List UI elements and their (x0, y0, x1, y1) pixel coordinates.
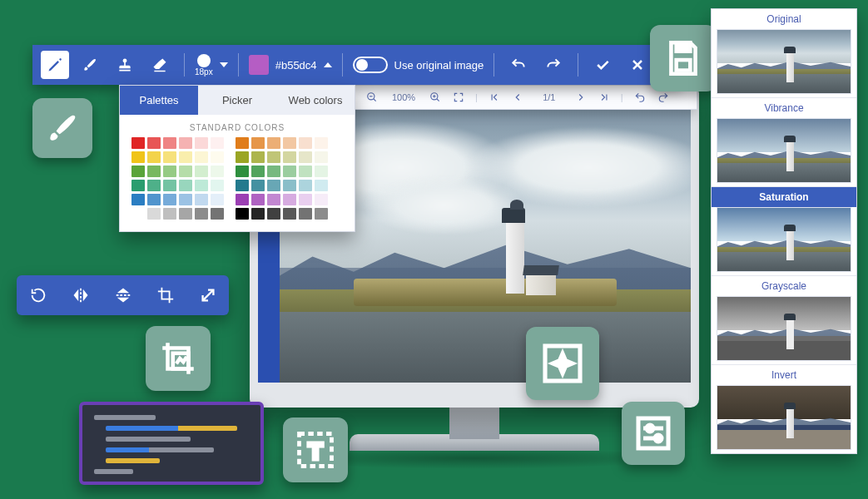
palette-color[interactable] (299, 194, 312, 205)
cancel-button[interactable] (623, 51, 652, 79)
palette-color[interactable] (283, 180, 296, 191)
palette-color[interactable] (315, 137, 328, 149)
apply-button[interactable] (588, 51, 617, 79)
palette-color[interactable] (267, 180, 280, 191)
palette-color[interactable] (267, 151, 280, 163)
palette-color[interactable] (179, 180, 192, 191)
palette-color[interactable] (251, 166, 265, 177)
palette-color[interactable] (179, 208, 192, 220)
palette-color[interactable] (195, 137, 208, 149)
undo-small-icon[interactable] (633, 91, 647, 104)
sparkle-image-tile[interactable] (526, 327, 599, 400)
filter-item[interactable]: Grayscale (712, 276, 856, 365)
palette-color[interactable] (267, 166, 280, 177)
palette-color[interactable] (315, 208, 328, 220)
redo-button[interactable] (539, 51, 568, 79)
palette-color[interactable] (299, 180, 312, 191)
pencil-button[interactable] (41, 51, 69, 79)
filter-item[interactable]: Saturation (712, 187, 856, 276)
palette-color[interactable] (163, 208, 176, 220)
palette-color[interactable] (236, 151, 249, 163)
palette-color[interactable] (147, 166, 161, 177)
palette-color[interactable] (147, 151, 161, 163)
palette-color[interactable] (251, 151, 265, 163)
palette-color[interactable] (195, 151, 208, 163)
undo-button[interactable] (504, 51, 533, 79)
palette-color[interactable] (236, 166, 249, 177)
palette-color[interactable] (211, 180, 224, 191)
palette-color[interactable] (211, 208, 224, 220)
palette-color[interactable] (131, 208, 145, 220)
tab-picker[interactable]: Picker (198, 86, 276, 115)
palette-color[interactable] (195, 166, 208, 177)
crop-image-tile[interactable] (146, 326, 211, 391)
palette-color[interactable] (195, 208, 208, 220)
palette-color[interactable] (211, 166, 224, 177)
palette-color[interactable] (147, 208, 161, 220)
fullscreen-icon[interactable] (452, 91, 465, 104)
save-tile[interactable] (650, 25, 717, 91)
rotate-button[interactable] (26, 283, 51, 308)
brush-size-control[interactable]: 18px (195, 54, 213, 77)
text-frame-tile[interactable]: T (283, 417, 348, 482)
palette-color[interactable] (267, 208, 280, 220)
zoom-level[interactable]: 100% (389, 92, 419, 102)
first-page-icon[interactable] (488, 91, 501, 104)
palette-color[interactable] (179, 194, 192, 205)
palette-color[interactable] (299, 166, 312, 177)
filter-item[interactable]: Vibrance (712, 98, 856, 187)
palette-color[interactable] (195, 194, 208, 205)
flip-vertical-button[interactable] (111, 283, 136, 308)
tab-palettes[interactable]: Palettes (120, 86, 198, 115)
palette-color[interactable] (211, 151, 224, 163)
palette-color[interactable] (131, 194, 145, 205)
palette-color[interactable] (283, 166, 296, 177)
sliders-tile[interactable] (622, 402, 685, 465)
palette-color[interactable] (179, 151, 192, 163)
palette-color[interactable] (251, 137, 265, 149)
last-page-icon[interactable] (598, 91, 611, 104)
color-swatch[interactable] (249, 55, 269, 75)
palette-color[interactable] (315, 166, 328, 177)
zoom-out-icon[interactable] (365, 91, 379, 104)
palette-color[interactable] (163, 180, 176, 191)
palette-color[interactable] (236, 194, 249, 205)
filter-item[interactable]: Invert (712, 365, 856, 454)
palette-color[interactable] (283, 208, 296, 220)
zoom-in-icon[interactable] (429, 91, 442, 104)
palette-color[interactable] (131, 180, 145, 191)
use-original-toggle[interactable] (353, 57, 388, 73)
tab-web-colors[interactable]: Web colors (276, 86, 355, 115)
stamp-button[interactable] (111, 51, 139, 79)
redo-small-icon[interactable] (657, 91, 670, 104)
palette-color[interactable] (147, 194, 161, 205)
palette-color[interactable] (236, 137, 249, 149)
flip-horizontal-button[interactable] (68, 283, 93, 308)
next-page-icon[interactable] (574, 91, 588, 104)
palette-color[interactable] (267, 137, 280, 149)
palette-color[interactable] (163, 194, 176, 205)
prev-page-icon[interactable] (511, 91, 524, 104)
chevron-up-icon[interactable] (324, 62, 332, 67)
eraser-button[interactable] (146, 51, 174, 79)
palette-color[interactable] (195, 180, 208, 191)
palette-color[interactable] (251, 208, 265, 220)
palette-color[interactable] (315, 151, 328, 163)
filter-item[interactable]: Original (712, 9, 856, 98)
palette-color[interactable] (299, 137, 312, 149)
palette-color[interactable] (299, 151, 312, 163)
palette-color[interactable] (299, 208, 312, 220)
palette-color[interactable] (179, 137, 192, 149)
palette-color[interactable] (283, 137, 296, 149)
crop-button[interactable] (153, 283, 178, 308)
palette-color[interactable] (251, 180, 265, 191)
palette-color[interactable] (131, 137, 145, 149)
palette-color[interactable] (236, 180, 249, 191)
palette-color[interactable] (131, 151, 145, 163)
palette-color[interactable] (147, 180, 161, 191)
palette-color[interactable] (236, 208, 249, 220)
palette-color[interactable] (251, 194, 265, 205)
palette-color[interactable] (283, 151, 296, 163)
palette-color[interactable] (211, 194, 224, 205)
chevron-down-icon[interactable] (220, 62, 228, 67)
